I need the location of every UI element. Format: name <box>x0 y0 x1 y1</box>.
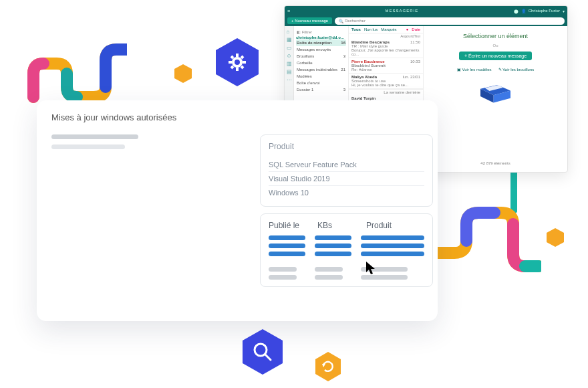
product-row[interactable]: SQL Serveur Feature Pack <box>269 158 424 172</box>
folder-trash[interactable]: Corbeille <box>296 60 346 66</box>
search-input[interactable]: 🔍 Rechercher <box>335 17 565 25</box>
folder-outbox[interactable]: Boîte d'envoi <box>296 80 346 86</box>
item-count: 42 879 éléments <box>480 161 510 165</box>
cursor-icon <box>365 261 378 276</box>
account-email[interactable]: christophe.fuzier@dd.o... <box>296 35 346 39</box>
folder-drafts[interactable]: Brouillons3 <box>296 53 346 60</box>
rail-more-icon[interactable]: ⋯ <box>287 77 292 82</box>
rail-folder-icon[interactable]: ▥ <box>287 61 292 66</box>
hexagon-yellow-small-1 <box>174 64 192 84</box>
mail-titlebar: ≡ MESSAGERIE ⬤ 👤 Christophe Fuzier ▾ <box>285 6 567 15</box>
table-row[interactable] <box>269 235 305 240</box>
product-heading: Produit <box>269 142 424 151</box>
menu-icon[interactable]: ≡ <box>287 9 290 13</box>
col-published[interactable]: Publié le <box>269 221 305 230</box>
rail-archive-icon[interactable]: ▤ <box>287 69 292 74</box>
rail-contact-icon[interactable]: ☺ <box>287 53 292 58</box>
hexagon-yellow-small-2 <box>546 227 565 248</box>
svg-line-8 <box>241 66 243 68</box>
table-row[interactable] <box>361 235 424 240</box>
day-header: Aujourd'hui <box>349 33 423 39</box>
table-row[interactable] <box>315 252 351 256</box>
table-row[interactable] <box>315 244 351 248</box>
col-kbs[interactable]: KBs <box>317 221 354 230</box>
table-row[interactable] <box>269 244 305 248</box>
svg-marker-19 <box>315 352 341 381</box>
hexagon-gear-icon <box>214 37 261 88</box>
inbox-tray-icon <box>474 76 517 106</box>
table-row[interactable] <box>269 275 297 280</box>
card-left-skeleton <box>51 134 245 308</box>
user-name[interactable]: Christophe Fuzier <box>529 9 560 13</box>
folder-custom-1[interactable]: Dossier 13 <box>296 86 346 93</box>
see-templates-link[interactable]: ▣ Voir les modèles <box>457 67 492 72</box>
search-placeholder: Rechercher <box>345 19 365 23</box>
hexagon-sync-icon <box>314 351 342 382</box>
svg-line-10 <box>241 56 243 58</box>
mail-title: MESSAGERIE <box>294 9 510 13</box>
tab-flagged[interactable]: Marqués <box>381 27 396 31</box>
mail-item[interactable]: Maliya Abedalun. 23/01 Screenshots to us… <box>349 74 423 89</box>
svg-marker-11 <box>547 228 564 247</box>
product-row[interactable]: Windows 10 <box>269 186 424 199</box>
svg-marker-16 <box>243 329 283 375</box>
chevron-down-icon[interactable]: ▾ <box>563 9 565 13</box>
table-row[interactable] <box>315 235 351 240</box>
new-message-button[interactable]: + Nouveau message <box>287 17 332 24</box>
table-row[interactable] <box>361 275 408 280</box>
folder-inbox[interactable]: Boîte de réception16 <box>296 39 346 46</box>
rail-tag-icon[interactable]: ▭ <box>287 45 292 50</box>
tab-date[interactable]: Date <box>412 27 420 31</box>
mail-reading-pane: Sélectionner un élément Ou + Écrire un n… <box>424 26 567 172</box>
col-product[interactable]: Produit <box>366 221 420 230</box>
card-title: Mises à jour windows autorisées <box>51 112 423 122</box>
empty-or: Ou <box>492 43 498 47</box>
week-header: La semaine dernière <box>349 89 423 95</box>
decorative-squiggle-1 <box>27 40 127 107</box>
updates-card: Mises à jour windows autorisées Produit … <box>37 100 438 321</box>
mail-item[interactable]: Pierre Baudrance10:33 Blackbird Summit R… <box>349 58 423 74</box>
rail-home-icon[interactable]: ⌂ <box>287 29 292 34</box>
table-row[interactable] <box>269 252 305 256</box>
svg-marker-1 <box>216 38 259 86</box>
see-drafts-link[interactable]: ✎ Voir les brouillons <box>498 67 535 72</box>
svg-line-7 <box>231 56 233 58</box>
tab-unread[interactable]: Non lus <box>364 27 378 31</box>
svg-marker-0 <box>174 64 192 83</box>
product-panel: Produit SQL Serveur Feature Pack Visual … <box>260 134 433 207</box>
empty-headline: Sélectionner un élément <box>463 33 528 39</box>
tab-all[interactable]: Tous <box>351 27 361 31</box>
svg-line-9 <box>231 66 233 68</box>
rail-calendar-icon[interactable]: ▦ <box>287 37 292 42</box>
mail-toolbar: + Nouveau message 🔍 Rechercher <box>285 15 567 26</box>
folder-templates[interactable]: Modèles <box>296 73 346 80</box>
table-row[interactable] <box>361 252 424 256</box>
table-row[interactable] <box>269 267 297 272</box>
mail-item[interactable]: Blandine Descamps11:50 TR : Mail style g… <box>349 39 423 58</box>
table-row[interactable] <box>315 275 343 280</box>
hexagon-search-icon <box>241 328 285 376</box>
product-row[interactable]: Visual Studio 2019 <box>269 172 424 186</box>
dot-icon: ● <box>406 27 409 31</box>
updates-table: Publié le KBs Produit <box>260 213 433 287</box>
notification-icon[interactable]: ⬤ <box>514 9 519 13</box>
avatar[interactable]: 👤 <box>521 9 526 13</box>
table-row[interactable] <box>315 267 343 272</box>
filter-label[interactable]: ◧ Filtrer <box>296 28 346 35</box>
folder-sent[interactable]: Messages envoyés <box>296 46 346 53</box>
write-new-message-button[interactable]: + Écrire un nouveau message <box>459 52 532 60</box>
table-row[interactable] <box>361 244 424 248</box>
search-icon: 🔍 <box>339 19 343 23</box>
folder-spam[interactable]: Messages indésirables21 <box>296 66 346 73</box>
